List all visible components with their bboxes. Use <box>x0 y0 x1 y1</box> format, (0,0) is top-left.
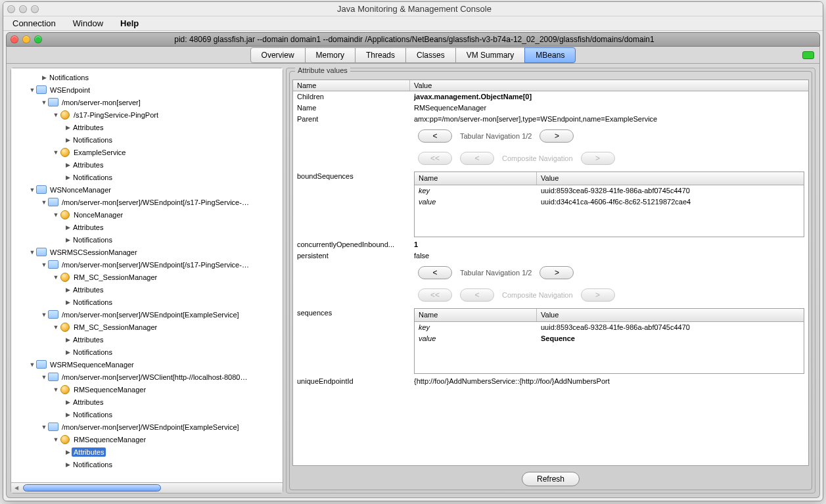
attr-table-body[interactable]: Children javax.management.ObjectName[0] … <box>293 91 808 465</box>
disclosure-closed-icon[interactable]: ▶ <box>40 74 48 81</box>
attr-row-uniqueendpoint[interactable]: uniqueEndpointId {http://foo/}AddNumbers… <box>293 376 808 387</box>
disclosure-open-icon[interactable]: ▼ <box>40 424 48 430</box>
attr-row-boundsequences[interactable]: boundSequences Name Value <box>293 171 808 239</box>
tree-row[interactable]: ▶Attributes <box>11 121 283 133</box>
disclosure-open-icon[interactable]: ▼ <box>52 324 60 331</box>
disclosure-open-icon[interactable]: ▼ <box>52 212 60 218</box>
disclosure-open-icon[interactable]: ▼ <box>28 87 36 93</box>
disclosure-closed-icon[interactable]: ▶ <box>64 174 72 181</box>
tab-vm-summary[interactable]: VM Summary <box>455 47 526 63</box>
tabnav2-next-button[interactable]: > <box>539 266 574 279</box>
tree-row[interactable]: ▶Attributes <box>11 158 283 171</box>
tree-row[interactable]: ▶Notifications <box>11 408 283 421</box>
menu-help[interactable]: Help <box>116 17 143 30</box>
tab-overview[interactable]: Overview <box>250 47 306 63</box>
disclosure-closed-icon[interactable]: ▶ <box>64 237 72 243</box>
attr-row-children[interactable]: Children javax.management.ObjectName[0] <box>293 91 808 103</box>
attr-row-concurrent[interactable]: concurrentlyOpenedInbound... 1 <box>293 239 808 250</box>
tree-row[interactable]: ▼NonceManager <box>11 208 283 221</box>
attr-row-persistent[interactable]: persistent false <box>293 250 808 262</box>
attr-row-sequences[interactable]: sequences Name Value <box>293 308 808 376</box>
tab-classes[interactable]: Classes <box>405 47 456 63</box>
disclosure-open-icon[interactable]: ▼ <box>40 99 48 106</box>
disclosure-closed-icon[interactable]: ▶ <box>64 124 72 131</box>
tabnav2-prev-button[interactable]: < <box>418 266 452 279</box>
tree-row[interactable]: ▼WSEndpoint <box>11 83 283 96</box>
tree-row[interactable]: ▶Attributes <box>11 283 283 296</box>
tree-row[interactable]: ▼RMSequenceManager <box>11 383 283 396</box>
disclosure-closed-icon[interactable]: ▶ <box>64 411 72 418</box>
disclosure-closed-icon[interactable]: ▶ <box>64 399 72 405</box>
disclosure-open-icon[interactable]: ▼ <box>40 199 48 206</box>
doc-traffic-lights[interactable] <box>11 35 42 43</box>
tree-row[interactable]: ▼/mon/server-mon[server]/WSEndpoint[/s17… <box>11 196 283 208</box>
tree-row[interactable]: ▼RMSequenceManager <box>11 433 283 446</box>
tab-threads[interactable]: Threads <box>355 47 406 63</box>
tree-horizontal-scrollbar[interactable] <box>11 482 283 493</box>
tree-row[interactable]: ▼RM_SC_SessionManager <box>11 321 283 333</box>
disclosure-open-icon[interactable]: ▼ <box>40 311 48 318</box>
tree-row[interactable]: ▼ExampleService <box>11 146 283 158</box>
tree-row[interactable]: ▶Notifications <box>11 133 283 146</box>
boundseq-row-key[interactable]: key uuid:8593cea6-9328-41fe-986a-abf0745… <box>415 185 804 196</box>
tree-row[interactable]: ▶Notifications <box>11 71 283 83</box>
tree-row[interactable]: ▼WSNonceManager <box>11 183 283 196</box>
tree-row[interactable]: ▼/mon/server-mon[server]/WSClient[http-/… <box>11 371 283 383</box>
tab-mbeans[interactable]: MBeans <box>524 47 576 63</box>
tree-row[interactable]: ▶Attributes <box>11 396 283 408</box>
tree-row[interactable]: ▶Attributes <box>11 446 283 458</box>
tree-row[interactable]: ▶Notifications <box>11 458 283 470</box>
tree-row[interactable]: ▼/mon/server-mon[server]/WSEndpoint[Exam… <box>11 308 283 321</box>
sequences-row-key[interactable]: key uuid:8593cea6-9328-41fe-986a-abf0745… <box>415 322 804 333</box>
doc-close-icon[interactable] <box>11 35 18 43</box>
boundseq-row-value[interactable]: value uuid:d34c41ca-4606-4f6c-8c62-51219… <box>415 196 804 208</box>
tree-row[interactable]: ▼/mon/server-mon[server]/WSEndpoint[/s17… <box>11 258 283 271</box>
doc-zoom-icon[interactable] <box>34 35 42 43</box>
disclosure-closed-icon[interactable]: ▶ <box>64 461 72 468</box>
tree-row[interactable]: ▶Notifications <box>11 233 283 246</box>
disclosure-closed-icon[interactable]: ▶ <box>64 299 72 306</box>
disclosure-open-icon[interactable]: ▼ <box>28 187 36 193</box>
attr-th-value[interactable]: Value <box>410 80 808 91</box>
refresh-button[interactable]: Refresh <box>522 472 580 486</box>
tree-row[interactable]: ▼/mon/server-mon[server]/WSEndpoint[Exam… <box>11 421 283 433</box>
tabnav1-next-button[interactable]: > <box>539 129 574 143</box>
disclosure-closed-icon[interactable]: ▶ <box>64 286 72 293</box>
tree-row[interactable]: ▼RM_SC_SessionManager <box>11 271 283 283</box>
tree-row[interactable]: ▼/s17-PingService-PingPort <box>11 108 283 121</box>
tabnav1-prev-button[interactable]: < <box>418 129 452 143</box>
tab-memory[interactable]: Memory <box>305 47 356 63</box>
tree-row[interactable]: ▼WSRMSCSessionManager <box>11 246 283 258</box>
disclosure-closed-icon[interactable]: ▶ <box>64 162 72 168</box>
tree-row[interactable]: ▼/mon/server-mon[server] <box>11 96 283 108</box>
tree-row[interactable]: ▼WSRMSequenceManager <box>11 358 283 371</box>
disclosure-open-icon[interactable]: ▼ <box>52 149 60 156</box>
tree-row[interactable]: ▶Attributes <box>11 333 283 346</box>
disclosure-closed-icon[interactable]: ▶ <box>64 349 72 355</box>
disclosure-open-icon[interactable]: ▼ <box>28 249 36 256</box>
disclosure-closed-icon[interactable]: ▶ <box>64 224 72 231</box>
disclosure-open-icon[interactable]: ▼ <box>52 112 60 118</box>
tree-row[interactable]: ▶Notifications <box>11 296 283 308</box>
sequences-row-value[interactable]: value Sequence <box>415 333 804 344</box>
disclosure-closed-icon[interactable]: ▶ <box>64 336 72 343</box>
tree-row[interactable]: ▶Notifications <box>11 346 283 358</box>
attr-th-name[interactable]: Name <box>293 80 410 91</box>
disclosure-open-icon[interactable]: ▼ <box>28 361 36 368</box>
attr-row-name[interactable]: Name RMSequenceManager <box>293 103 808 114</box>
disclosure-open-icon[interactable]: ▼ <box>40 262 48 268</box>
disclosure-open-icon[interactable]: ▼ <box>52 386 60 393</box>
menu-connection[interactable]: Connection <box>9 17 60 30</box>
disclosure-open-icon[interactable]: ▼ <box>52 274 60 281</box>
doc-minimize-icon[interactable] <box>22 35 30 43</box>
disclosure-open-icon[interactable]: ▼ <box>40 374 48 380</box>
tree-row[interactable]: ▶Attributes <box>11 221 283 233</box>
disclosure-closed-icon[interactable]: ▶ <box>64 449 72 455</box>
disclosure-closed-icon[interactable]: ▶ <box>64 137 72 143</box>
mbean-tree[interactable]: ▶Notifications▼WSEndpoint▼/mon/server-mo… <box>11 68 283 482</box>
tree-row[interactable]: ▶Notifications <box>11 171 283 183</box>
attr-row-parent[interactable]: Parent amx:pp=/mon/server-mon[server],ty… <box>293 114 808 125</box>
menu-window[interactable]: Window <box>69 17 107 30</box>
disclosure-open-icon[interactable]: ▼ <box>52 436 60 443</box>
scrollbar-thumb[interactable] <box>23 484 161 492</box>
